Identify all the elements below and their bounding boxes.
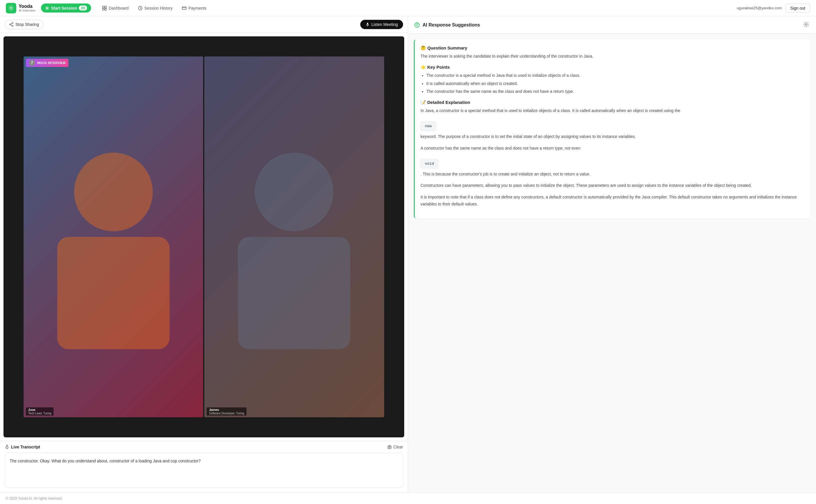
- video-label-jose: Jose Tech Lead, Turing: [26, 407, 54, 416]
- play-icon: [45, 6, 49, 10]
- listen-meeting-label: Listen Meeting: [371, 22, 398, 27]
- detailed-heading: 📝 Detailed Explanation: [421, 100, 804, 105]
- svg-line-15: [11, 25, 12, 26]
- detailed-p3: A constructor has the same name as the c…: [421, 145, 804, 152]
- svg-point-20: [255, 152, 334, 231]
- settings-button[interactable]: [802, 20, 810, 29]
- share-icon: [9, 22, 14, 27]
- suggestions-content: 🤔 Question Summary The interviewer is as…: [408, 34, 816, 492]
- footer-text: © 2025 Yooda AI. All rights reserved.: [6, 496, 63, 501]
- clear-button[interactable]: Clear: [387, 445, 403, 449]
- svg-rect-19: [57, 237, 170, 349]
- question-summary-heading: 🤔 Question Summary: [421, 45, 804, 51]
- svg-point-13: [12, 25, 13, 26]
- stop-sharing-label: Stop Sharing: [15, 22, 39, 27]
- detailed-p5: Constructors can have parameters, allowi…: [421, 182, 804, 189]
- detailed-p1: In Java, a constructor is a special meth…: [421, 107, 804, 114]
- code-block-void: void: [421, 159, 438, 168]
- clear-label: Clear: [393, 445, 403, 449]
- logo-area: Y Yooda AI Interview: [6, 3, 35, 13]
- svg-rect-7: [105, 8, 107, 10]
- transcript-body: The constructor. Okay. What do you under…: [5, 453, 403, 488]
- detailed-p4: . This is because the constructor's job …: [421, 171, 804, 178]
- sign-out-button[interactable]: Sign out: [785, 4, 810, 13]
- brand-name: Yooda: [19, 4, 35, 9]
- svg-point-18: [74, 152, 153, 231]
- svg-rect-22: [6, 445, 8, 447]
- nav-dashboard[interactable]: Dashboard: [98, 4, 133, 13]
- grid-icon: [102, 6, 107, 10]
- list-item: The constructor is a special method in J…: [426, 72, 804, 79]
- suggestion-card: 🤔 Question Summary The interviewer is as…: [414, 40, 810, 218]
- jose-name: Jose: [28, 408, 52, 411]
- detailed-p2: keyword. The purpose of a constructor is…: [421, 133, 804, 140]
- gear-icon: [803, 22, 809, 27]
- svg-text:Y: Y: [10, 6, 12, 10]
- stop-sharing-button[interactable]: Stop Sharing: [5, 20, 43, 29]
- svg-rect-21: [238, 237, 350, 349]
- trash-icon: [387, 445, 392, 449]
- left-panel: Stop Sharing Listen Meeting 7 MOCK: [0, 16, 408, 492]
- start-session-label: Start Session: [51, 6, 77, 10]
- transcript-title: Live Transcript: [5, 445, 40, 449]
- transcript-title-text: Live Transcript: [11, 445, 40, 449]
- code-block-new: new: [421, 121, 436, 131]
- left-toolbar: Stop Sharing Listen Meeting: [0, 16, 408, 33]
- user-email: uguraktas25@yandex.com: [737, 6, 782, 10]
- question-summary-text: The interviewer is asking the candidate …: [421, 53, 804, 60]
- video-grid: 7 MOCK INTERVIEW Jose Tech Lead, Turing: [24, 56, 384, 417]
- logo-icon: Y: [6, 3, 16, 13]
- detailed-p6: It is important to note that if a class …: [421, 194, 804, 208]
- right-title-text: AI Response Suggestions: [423, 22, 480, 28]
- mic-icon: [366, 22, 370, 26]
- transcript-header: Live Transcript Clear: [0, 441, 408, 453]
- transcript-text: The constructor. Okay. What do you under…: [10, 459, 201, 463]
- james-role: Software Developer, Turing: [209, 412, 244, 415]
- mic-icon-transcript: [5, 445, 9, 449]
- video-frame-jose: 7 MOCK INTERVIEW Jose Tech Lead, Turing: [24, 56, 203, 417]
- listen-meeting-button[interactable]: Listen Meeting: [360, 20, 403, 29]
- key-points-list: The constructor is a special method in J…: [421, 72, 804, 95]
- nav-session-history[interactable]: Session History: [134, 4, 177, 13]
- dashboard-label: Dashboard: [109, 6, 129, 10]
- card-icon: [182, 6, 187, 10]
- james-name: James: [209, 408, 244, 411]
- svg-rect-16: [367, 23, 368, 25]
- video-placeholder: 7 MOCK INTERVIEW Jose Tech Lead, Turing: [3, 36, 404, 437]
- video-area: 7 MOCK INTERVIEW Jose Tech Lead, Turing: [3, 36, 404, 437]
- key-points-heading: ⭐ Key Points: [421, 65, 804, 70]
- svg-line-14: [11, 24, 12, 24]
- transcript-section: Live Transcript Clear The constructor. O…: [0, 441, 408, 492]
- svg-rect-6: [102, 8, 104, 10]
- right-panel: AI Response Suggestions 🤔 Question Summa…: [408, 16, 816, 492]
- start-session-button[interactable]: Start Session 20: [41, 3, 91, 13]
- logo-text: Yooda AI Interview: [19, 4, 35, 13]
- footer: © 2025 Yooda AI. All rights reserved.: [0, 492, 816, 504]
- nav-payments[interactable]: Payments: [178, 4, 210, 13]
- jose-role: Tech Lead, Turing: [28, 412, 52, 415]
- navbar: Y Yooda AI Interview Start Session 20 Da…: [0, 0, 816, 16]
- video-frame-james: James Software Developer, Turing: [204, 56, 384, 417]
- video-label-james: James Software Developer, Turing: [207, 407, 246, 416]
- clock-icon: [138, 6, 143, 10]
- session-history-label: Session History: [144, 6, 173, 10]
- nav-links: Dashboard Session History Payments: [98, 4, 734, 13]
- brain-icon: [414, 22, 420, 28]
- payments-label: Payments: [188, 6, 206, 10]
- svg-rect-4: [102, 6, 104, 8]
- brand-sub: AI Interview: [19, 9, 35, 12]
- list-item: It is called automatically when an objec…: [426, 80, 804, 87]
- list-item: The constructor has the same name as the…: [426, 88, 804, 95]
- svg-rect-9: [182, 7, 186, 9]
- nav-right: uguraktas25@yandex.com Sign out: [737, 4, 810, 13]
- svg-point-30: [805, 24, 807, 25]
- svg-point-12: [10, 24, 11, 25]
- right-header: AI Response Suggestions: [408, 16, 816, 34]
- session-count-badge: 20: [79, 6, 87, 10]
- svg-point-11: [12, 22, 13, 24]
- svg-rect-5: [105, 6, 107, 8]
- right-title: AI Response Suggestions: [414, 22, 480, 28]
- main-layout: Stop Sharing Listen Meeting 7 MOCK: [0, 16, 816, 492]
